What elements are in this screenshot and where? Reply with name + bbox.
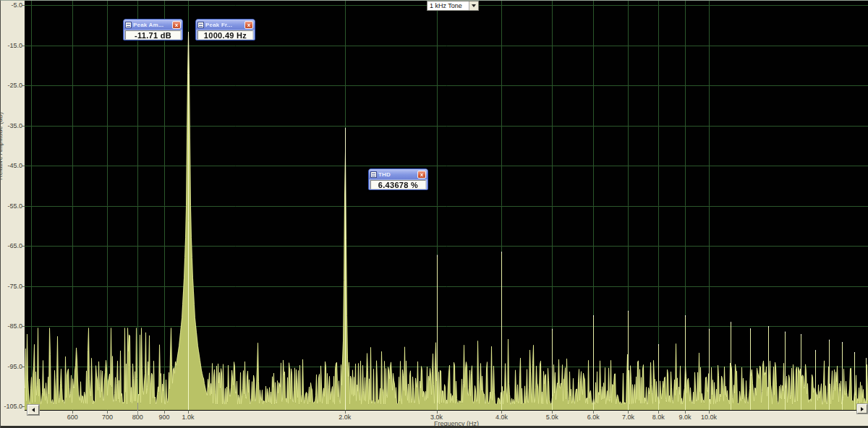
scroll-left-button[interactable]: [27, 405, 39, 415]
x-tick-mark: [72, 411, 73, 414]
y-tick-mark: [22, 46, 25, 46]
spectrum-analyzer-window: Relative Amplitude (dB) -5.0-15.0-25.0-3…: [0, 0, 868, 428]
thd-titlebar[interactable]: THD x: [369, 169, 427, 179]
y-tick-label: -5.0: [1, 1, 22, 9]
chevron-down-icon[interactable]: [469, 1, 478, 10]
y-tick-mark: [22, 406, 25, 407]
thd-window: THD x 6.43678 %: [368, 168, 428, 190]
x-tick-label: 9.0k: [679, 414, 692, 421]
y-tick-label: -25.0: [1, 82, 22, 89]
y-tick-mark: [22, 286, 25, 287]
y-tick-mark: [22, 367, 25, 367]
y-tick-mark: [22, 126, 25, 127]
y-tick-label: -65.0: [1, 242, 22, 249]
peak-frequency-window: Peak Fr... x 1000.49 Hz: [195, 19, 255, 40]
y-tick-label: -55.0: [1, 202, 22, 210]
meter-icon: [125, 22, 132, 28]
y-tick-label: -15.0: [1, 42, 22, 49]
y-tick-label: -45.0: [1, 162, 22, 169]
y-tick-label: -75.0: [1, 283, 22, 290]
signal-select-value: 1 kHz Tone: [427, 1, 469, 10]
peak-frequency-title: Peak Fr...: [205, 22, 244, 28]
x-tick-mark: [658, 411, 659, 414]
scroll-position-marker: [137, 403, 138, 416]
meter-icon: [197, 22, 204, 28]
close-icon[interactable]: x: [417, 171, 426, 179]
peak-amplitude-window: Peak Am... x -11.71 dB: [123, 19, 183, 40]
x-tick-mark: [593, 411, 594, 414]
right-arrow-icon: [861, 407, 864, 411]
x-tick-label: 900: [159, 414, 170, 421]
peak-amplitude-titlebar[interactable]: Peak Am... x: [124, 20, 182, 30]
left-arrow-icon: [32, 408, 35, 412]
y-tick-mark: [22, 85, 25, 86]
x-tick-label: 4.0k: [495, 414, 508, 421]
y-tick-label: -85.0: [1, 322, 22, 330]
x-tick-label: 6.0k: [587, 414, 600, 421]
y-tick-mark: [22, 326, 25, 327]
x-tick-mark: [164, 411, 165, 414]
scroll-right-button[interactable]: [857, 404, 867, 414]
x-tick-label: 1.0k: [182, 414, 194, 421]
meter-icon: [370, 171, 377, 178]
y-tick-mark: [22, 166, 25, 166]
y-tick-mark: [22, 206, 25, 207]
x-tick-label: 5.0k: [546, 414, 558, 421]
peak-amplitude-value: -11.71 dB: [125, 30, 181, 40]
y-tick-label: -105.0: [1, 403, 22, 410]
x-tick-mark: [501, 411, 502, 414]
x-tick-label: 10.0k: [701, 414, 717, 421]
x-tick-mark: [628, 411, 629, 414]
x-tick-mark: [552, 411, 553, 414]
signal-select-dropdown[interactable]: 1 kHz Tone: [427, 1, 479, 11]
x-tick-label: 7.0k: [622, 414, 634, 421]
x-tick-mark: [709, 411, 710, 414]
x-tick-label: 600: [67, 414, 78, 421]
x-tick-mark: [107, 411, 108, 414]
thd-value: 6.43678 %: [370, 180, 426, 189]
close-icon[interactable]: x: [244, 21, 253, 29]
close-icon[interactable]: x: [172, 21, 181, 29]
y-tick-mark: [22, 5, 25, 6]
x-tick-label: 700: [102, 414, 113, 421]
thd-title: THD: [378, 171, 417, 178]
x-tick-label: 8.0k: [652, 414, 665, 421]
y-tick-mark: [22, 246, 25, 247]
y-tick-label: -95.0: [1, 363, 22, 370]
x-tick-mark: [685, 411, 686, 414]
peak-frequency-value: 1000.49 Hz: [197, 30, 253, 40]
x-tick-mark: [437, 411, 438, 414]
peak-amplitude-title: Peak Am...: [133, 22, 172, 28]
x-tick-mark: [188, 411, 189, 414]
spectrum-plot-area: [25, 1, 868, 411]
x-tick-mark: [345, 411, 346, 414]
spectrum-canvas: [25, 1, 868, 411]
peak-frequency-titlebar[interactable]: Peak Fr... x: [196, 20, 255, 30]
x-tick-label: 2.0k: [339, 414, 351, 421]
y-tick-label: -35.0: [1, 122, 22, 129]
